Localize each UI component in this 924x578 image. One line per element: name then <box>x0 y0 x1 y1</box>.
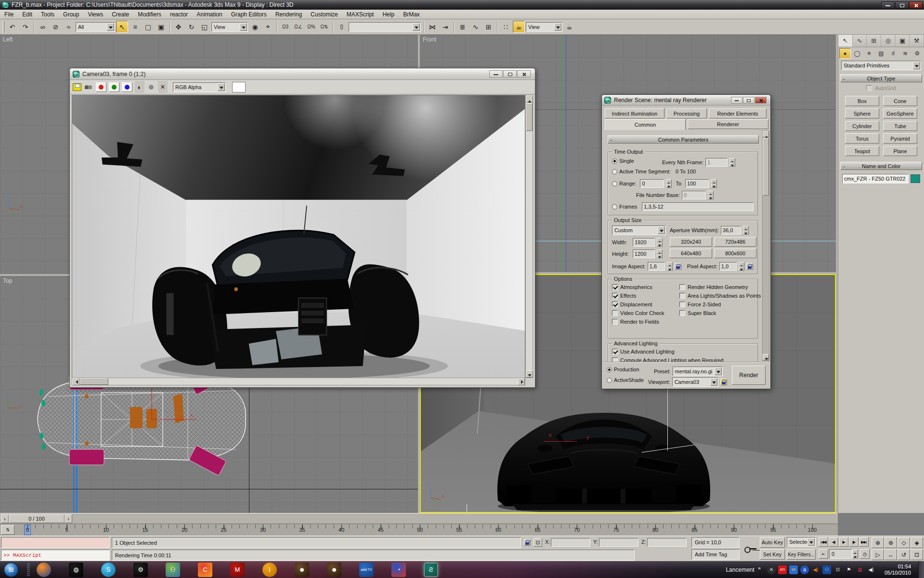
range-from-spinner[interactable] <box>666 179 672 188</box>
go-to-end-icon[interactable]: ▶▶| <box>859 537 869 547</box>
viewport-dropdown[interactable]: Camera03 <box>672 377 718 387</box>
use-advanced-lighting-checkbox[interactable] <box>612 349 618 355</box>
layer-manager-icon[interactable]: ≣ <box>456 21 469 33</box>
active-segment-radio-row[interactable]: Active Time Segment: 0 To 100 <box>612 169 696 174</box>
dropdown-arrow-icon[interactable] <box>554 23 561 31</box>
go-to-start-icon[interactable]: |◀◀ <box>819 537 828 547</box>
curve-editor-icon[interactable]: ∿ <box>469 21 482 33</box>
menu-file[interactable]: File <box>0 10 18 19</box>
zoom-icon[interactable]: ⊕ <box>872 537 884 548</box>
menu-brmax[interactable]: BrMax <box>399 10 424 19</box>
key-filters-button[interactable]: Key Filters... <box>787 549 816 560</box>
frames-radio-row[interactable]: Frames 1,3,5-12 <box>612 202 754 211</box>
scroll-down-icon[interactable] <box>526 370 533 378</box>
menu-maxscript[interactable]: MAXScript <box>342 10 378 19</box>
res-640x480-button[interactable]: 640x480 <box>670 249 712 258</box>
minimize-button[interactable] <box>881 1 895 9</box>
teapot-button[interactable]: Teapot <box>845 146 879 156</box>
tray-chevron-icon[interactable]: » <box>758 565 761 571</box>
set-keys-icon[interactable] <box>744 546 757 552</box>
res-800x600-button[interactable]: 800x600 <box>714 249 756 258</box>
menu-tools[interactable]: Tools <box>37 10 59 19</box>
mcafee-icon[interactable]: M <box>230 563 245 577</box>
common-parameters-rollout[interactable]: - Common Parameters <box>608 135 759 144</box>
window-crossing-icon[interactable]: ▣ <box>155 21 167 33</box>
scroll-up-icon[interactable] <box>526 95 533 103</box>
object-color-swatch[interactable] <box>911 174 920 183</box>
checkbox-row[interactable]: Super Black <box>679 310 755 316</box>
render-type-dropdown[interactable]: View <box>526 22 562 32</box>
render-to-fields-checkbox[interactable] <box>612 319 618 325</box>
red-channel-button[interactable] <box>96 82 106 92</box>
time-configuration-icon[interactable]: ◷ <box>860 549 870 559</box>
menu-views[interactable]: Views <box>83 10 107 19</box>
pixel-aspect-lock-icon[interactable] <box>746 263 753 270</box>
width-spinner[interactable] <box>657 238 663 247</box>
auto-key-button[interactable]: Auto Key <box>760 537 785 548</box>
name-color-rollout[interactable]: - Name and Color <box>840 162 922 170</box>
gamepad-tray-icon[interactable]: ⚄ <box>833 565 842 574</box>
pixel-aspect-spinner[interactable] <box>739 262 744 271</box>
dialog-scrollbar[interactable] <box>762 131 769 361</box>
width-field[interactable]: 1920 <box>633 238 655 247</box>
output-size-preset-dropdown[interactable]: Custom <box>612 225 666 235</box>
adsl-tv-icon[interactable]: adsl TV <box>359 563 374 577</box>
volume-tray-icon[interactable]: ◀) <box>867 565 875 574</box>
displacement-checkbox[interactable] <box>612 302 618 307</box>
dropdown-arrow-icon[interactable] <box>913 62 920 69</box>
range-radio[interactable] <box>612 181 617 186</box>
modify-tab-icon[interactable]: ∿ <box>853 35 867 47</box>
video-color-check-checkbox[interactable] <box>612 310 618 316</box>
undo-icon[interactable]: ↶ <box>6 21 18 33</box>
vertical-scrollbar[interactable] <box>525 95 533 378</box>
start-button[interactable]: ⊞ <box>4 563 18 577</box>
dropdown-arrow-icon[interactable] <box>807 538 815 546</box>
key-filter-dropdown[interactable]: Selected <box>787 537 816 547</box>
frames-field[interactable]: 1,3,5-12 <box>642 202 754 211</box>
previous-frame-icon[interactable]: ◀| <box>829 537 838 547</box>
game-icon-1[interactable]: ☻ <box>295 563 309 577</box>
aperture-spinner[interactable] <box>743 226 749 235</box>
menu-customize[interactable]: Customize <box>306 10 342 19</box>
field-of-view-icon[interactable]: ▷ <box>872 549 884 560</box>
select-move-icon[interactable]: ✥ <box>172 21 184 33</box>
avast-tray-icon[interactable]: a <box>800 565 809 574</box>
mirror-icon[interactable]: ⋈ <box>426 21 438 33</box>
reference-coordinate-dropdown[interactable]: View <box>211 22 248 32</box>
menu-rendering[interactable]: Rendering <box>271 10 306 19</box>
close-button[interactable] <box>517 70 531 78</box>
plane-button[interactable]: Plane <box>883 146 917 156</box>
zoom-extents-icon[interactable]: ◇ <box>898 537 910 548</box>
lights-subtab-icon[interactable]: ☀ <box>863 48 875 59</box>
messenger-icon[interactable]: ⚇ <box>166 563 180 577</box>
minimize-button[interactable] <box>731 97 742 104</box>
selection-filter-dropdown[interactable]: All <box>76 22 115 32</box>
frames-radio[interactable] <box>612 204 617 210</box>
every-nth-spinner[interactable] <box>729 158 735 167</box>
geosphere-button[interactable]: GeoSphere <box>883 108 917 118</box>
range-radio-row[interactable]: Range: 0 To 100 <box>612 179 717 188</box>
monochrome-icon[interactable] <box>149 85 154 90</box>
scroll-down-icon[interactable] <box>763 354 769 360</box>
dropdown-arrow-icon[interactable] <box>715 368 722 375</box>
background-color-swatch[interactable] <box>232 82 246 92</box>
atmospherics-checkbox[interactable] <box>612 284 618 290</box>
maxscript-mini-listener[interactable] <box>1 537 110 548</box>
production-radio[interactable] <box>607 367 612 372</box>
single-radio-row[interactable]: Single <box>612 158 634 164</box>
height-field[interactable]: 1200 <box>633 250 655 258</box>
object-type-rollout[interactable]: - Object Type <box>840 74 922 82</box>
checkbox-row[interactable]: Force 2-Sided <box>679 302 755 307</box>
motion-tab-icon[interactable]: ◎ <box>881 35 896 47</box>
add-time-tag[interactable]: Add Time Tag <box>691 549 740 560</box>
menu-create[interactable]: Create <box>107 10 133 19</box>
named-selection-dropdown[interactable] <box>349 22 421 32</box>
ati-tray-icon[interactable]: ATI <box>778 565 787 574</box>
cameras-subtab-icon[interactable]: ▤ <box>875 48 887 59</box>
alpha-channel-icon[interactable]: ◐ <box>135 81 144 93</box>
dropdown-arrow-icon[interactable] <box>710 378 717 386</box>
tab-processing[interactable]: Processing <box>666 108 707 118</box>
menu-graph-editors[interactable]: Graph Editors <box>227 10 271 19</box>
lancement-toolbar[interactable]: Lancement <box>726 566 754 573</box>
file-number-base-field[interactable]: 0 <box>682 191 706 199</box>
